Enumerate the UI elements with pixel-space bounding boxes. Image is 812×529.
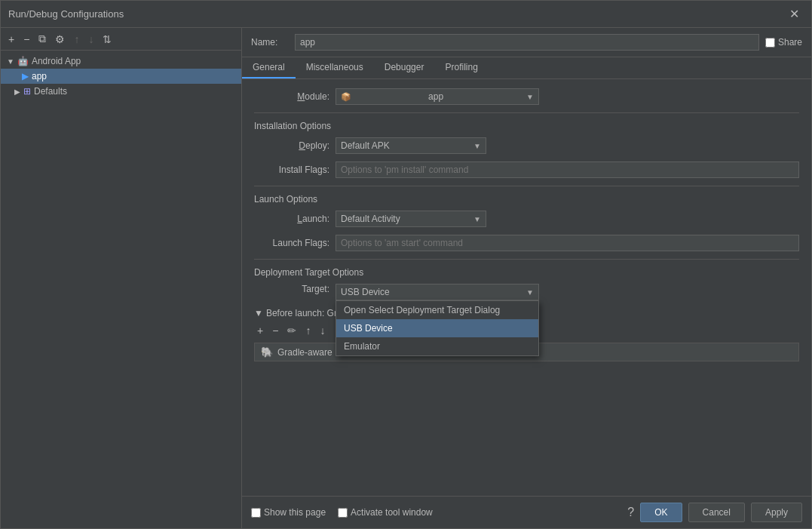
- left-toolbar: + − ⧉ ⚙ ↑ ↓ ⇅: [1, 28, 241, 51]
- deploy-dropdown[interactable]: Default APK ▼: [336, 137, 486, 154]
- activate-tool-label: Activate tool window: [338, 507, 433, 518]
- tree-item-android-app[interactable]: ▼ 🤖 Android App: [1, 54, 241, 69]
- target-dropdown-container: USB Device ▼ Open Select Deployment Targ…: [336, 284, 539, 300]
- install-flags-label: Install Flags:: [254, 165, 329, 175]
- launch-arrow: ▼: [473, 215, 481, 223]
- name-row: Name: Share: [242, 28, 811, 57]
- dialog-title: Run/Debug Configurations: [8, 8, 124, 20]
- tab-profiling[interactable]: Profiling: [434, 57, 488, 78]
- move-up-button[interactable]: ↑: [71, 32, 82, 47]
- before-launch-down-button[interactable]: ↓: [317, 323, 328, 338]
- launch-dropdown[interactable]: Default Activity ▼: [336, 211, 486, 227]
- launch-flags-input[interactable]: [336, 235, 799, 251]
- before-launch-edit-button[interactable]: ✏: [284, 323, 299, 338]
- config-tree: ▼ 🤖 Android App ▶ app ▶ ⊞ Defaults: [1, 51, 241, 528]
- install-flags-input[interactable]: [336, 161, 799, 178]
- title-bar-left: Run/Debug Configurations: [8, 8, 124, 20]
- app-label: app: [32, 71, 47, 82]
- module-icon: 📦: [341, 92, 351, 102]
- launch-value: Default Activity: [341, 214, 400, 224]
- settings-config-button[interactable]: ⚙: [52, 32, 68, 47]
- deploy-label: Deploy:: [254, 140, 329, 151]
- run-debug-dialog: Run/Debug Configurations ✕ + − ⧉ ⚙ ↑ ↓ ⇅…: [0, 0, 812, 529]
- help-icon[interactable]: ?: [627, 506, 634, 519]
- tab-general[interactable]: General: [242, 57, 296, 78]
- tab-debugger[interactable]: Debugger: [374, 57, 435, 78]
- main-content: + − ⧉ ⚙ ↑ ↓ ⇅ ▼ 🤖 Android App ▶ app: [1, 28, 811, 528]
- deploy-arrow: ▼: [473, 142, 481, 150]
- android-app-arrow: ▼: [7, 57, 14, 66]
- module-dropdown-arrow: ▼: [526, 93, 534, 101]
- share-label: Share: [778, 37, 802, 48]
- apply-button[interactable]: Apply: [751, 503, 802, 522]
- copy-config-button[interactable]: ⧉: [35, 31, 49, 47]
- launch-row: Launch: Default Activity ▼: [254, 211, 799, 227]
- right-panel: Name: Share General Miscellaneous Debugg…: [242, 28, 811, 528]
- show-page-checkbox[interactable]: [251, 508, 261, 518]
- title-bar: Run/Debug Configurations ✕: [1, 1, 811, 28]
- target-label: Target:: [254, 284, 329, 294]
- share-area: Share: [765, 37, 802, 48]
- bottom-buttons: OK Cancel Apply: [640, 503, 802, 522]
- deploy-row: Deploy: Default APK ▼: [254, 137, 799, 154]
- target-row: Target: USB Device ▼ Open Select Deploym…: [254, 284, 799, 300]
- section-divider-3: [254, 259, 799, 260]
- target-option-open-select[interactable]: Open Select Deployment Target Dialog: [336, 301, 538, 319]
- tree-item-defaults[interactable]: ▶ ⊞ Defaults: [1, 84, 241, 99]
- defaults-arrow: ▶: [14, 88, 20, 96]
- target-value: USB Device: [341, 287, 390, 297]
- tabs-bar: General Miscellaneous Debugger Profiling: [242, 57, 811, 79]
- target-option-emulator[interactable]: Emulator: [336, 337, 538, 355]
- module-row: Module: 📦 app ▼: [254, 88, 799, 105]
- installation-options-header: Installation Options: [254, 121, 799, 131]
- target-dropdown[interactable]: USB Device ▼: [336, 284, 539, 300]
- target-option-usb-device[interactable]: USB Device: [336, 319, 538, 337]
- form-content: Module: 📦 app ▼ Installation Options Dep…: [242, 79, 811, 496]
- deploy-value: Default APK: [341, 140, 390, 151]
- tree-item-app[interactable]: ▶ app: [1, 69, 241, 84]
- launch-label: Launch:: [254, 214, 329, 224]
- deployment-target-header: Deployment Target Options: [254, 267, 799, 278]
- bottom-checkboxes: Show this page Activate tool window: [251, 507, 433, 518]
- sort-button[interactable]: ⇅: [100, 32, 115, 47]
- name-input[interactable]: [295, 34, 759, 51]
- android-app-label: Android App: [32, 56, 81, 66]
- left-panel: + − ⧉ ⚙ ↑ ↓ ⇅ ▼ 🤖 Android App ▶ app: [1, 28, 242, 528]
- name-label: Name:: [251, 37, 289, 48]
- activate-tool-checkbox[interactable]: [338, 508, 348, 518]
- cancel-button[interactable]: Cancel: [688, 503, 745, 522]
- before-launch-arrow: ▼: [254, 308, 263, 318]
- section-divider-1: [254, 112, 799, 113]
- launch-flags-label: Launch Flags:: [254, 238, 329, 248]
- module-value: app: [428, 91, 443, 102]
- before-launch-up-button[interactable]: ↑: [302, 323, 314, 338]
- android-app-icon: 🤖: [17, 56, 29, 66]
- section-divider-2: [254, 186, 799, 186]
- launch-options-header: Launch Options: [254, 194, 799, 205]
- before-launch-remove-button[interactable]: −: [269, 323, 281, 338]
- defaults-icon: ⊞: [23, 86, 31, 97]
- launch-flags-row: Launch Flags:: [254, 235, 799, 251]
- ok-button[interactable]: OK: [640, 503, 682, 522]
- close-button[interactable]: ✕: [785, 5, 804, 23]
- module-dropdown[interactable]: 📦 app ▼: [336, 88, 539, 105]
- show-page-label: Show this page: [251, 507, 326, 518]
- defaults-label: Defaults: [34, 86, 67, 97]
- target-dropdown-menu: Open Select Deployment Target Dialog USB…: [336, 300, 539, 356]
- move-down-button[interactable]: ↓: [85, 32, 97, 47]
- add-config-button[interactable]: +: [5, 32, 17, 47]
- tab-miscellaneous[interactable]: Miscellaneous: [296, 57, 374, 78]
- bottom-area: Show this page Activate tool window ? OK…: [242, 496, 811, 528]
- install-flags-row: Install Flags:: [254, 161, 799, 178]
- remove-config-button[interactable]: −: [20, 32, 32, 47]
- share-checkbox[interactable]: [765, 38, 775, 48]
- gradle-icon: 🐘: [261, 346, 273, 358]
- app-icon: ▶: [22, 71, 29, 82]
- module-label: Module:: [254, 91, 329, 102]
- target-arrow: ▼: [526, 288, 534, 297]
- before-launch-add-button[interactable]: +: [254, 323, 266, 338]
